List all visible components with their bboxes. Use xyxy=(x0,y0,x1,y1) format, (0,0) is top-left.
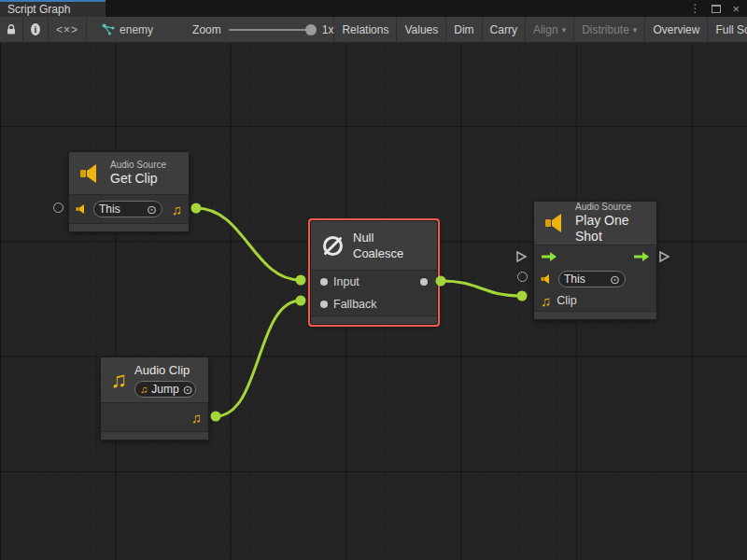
audio-clip-header: ♫ Audio Clip ♫ Jump ⊙ xyxy=(101,357,208,402)
flow-in-port[interactable] xyxy=(515,250,528,263)
chevron-down-icon: ▾ xyxy=(562,25,567,35)
wire-audioclip-to-fallback xyxy=(216,301,301,416)
audio-clip-footer xyxy=(101,431,208,440)
node-audio-clip[interactable]: ♫ Audio Clip ♫ Jump ⊙ ♫ xyxy=(100,357,209,441)
fallback-port-label: Fallback xyxy=(333,298,377,311)
zoom-slider-handle[interactable] xyxy=(305,24,317,35)
node-play-one-shot[interactable]: Audio Source Play One Shot xyxy=(533,201,657,320)
lock-icon xyxy=(6,23,17,35)
graph-name: enemy xyxy=(120,23,153,36)
graph-breadcrumb[interactable]: enemy xyxy=(102,23,153,36)
audio-source-icon xyxy=(541,273,553,285)
zoom-control: Zoom 1x xyxy=(192,23,333,36)
relations-button[interactable]: Relations xyxy=(334,17,397,42)
wire-output-to-clip xyxy=(441,281,522,296)
flow-out-port[interactable] xyxy=(658,250,670,263)
result-output-port[interactable] xyxy=(420,278,428,286)
dim-button[interactable]: Dim xyxy=(446,17,482,42)
object-picker-icon[interactable]: ⊙ xyxy=(147,203,157,216)
get-clip-this-row: This ⊙ ♫ xyxy=(69,195,189,223)
audio-clip-output-icon: ♫ xyxy=(191,411,202,425)
clip-port-label: Clip xyxy=(557,294,577,307)
this-object-field[interactable]: This ⊙ xyxy=(93,201,162,217)
zoom-slider[interactable] xyxy=(229,29,315,31)
null-coalesce-icon xyxy=(320,233,345,259)
align-dropdown[interactable]: Align ▾ xyxy=(526,17,574,42)
get-clip-this-port[interactable] xyxy=(53,203,63,213)
control-flow-row[interactable] xyxy=(534,245,656,268)
toolbar-middle: enemy Zoom 1x xyxy=(87,17,334,42)
audio-source-icon xyxy=(543,212,568,234)
this-object-field[interactable]: This ⊙ xyxy=(558,271,626,287)
code-icon: <×> xyxy=(56,23,78,36)
node-title: Get Clip xyxy=(110,171,166,187)
close-icon[interactable]: × xyxy=(732,3,740,15)
node-title: Play One Shot xyxy=(575,213,647,245)
input-port[interactable] xyxy=(320,278,328,286)
play-this-row: This ⊙ xyxy=(534,268,656,290)
audio-clip-output-row: ♫ xyxy=(101,403,208,431)
audio-clip-icon: ♫ xyxy=(110,369,127,391)
clip-port-row[interactable]: ♫ Clip xyxy=(534,290,656,311)
fullscreen-button[interactable]: Full Screen xyxy=(708,17,747,42)
wire-endpoint xyxy=(296,275,306,286)
graph-icon xyxy=(102,23,115,35)
input-port-row[interactable]: Input xyxy=(311,271,437,293)
fallback-port-row[interactable]: Fallback xyxy=(311,293,437,315)
zoom-value: 1x xyxy=(322,23,334,36)
chevron-down-icon: ▾ xyxy=(633,25,638,35)
flow-out-arrow-icon xyxy=(633,251,650,262)
script-graph-window: Script Graph ⋮ × i <×> enemy xyxy=(0,0,747,560)
this-object-value: This xyxy=(564,273,585,286)
tab-label: Script Graph xyxy=(7,3,70,16)
graph-canvas[interactable]: Audio Source Get Clip This ⊙ ♫ xyxy=(0,43,747,560)
audio-clip-icon: ♫ xyxy=(140,385,148,395)
wire-endpoint xyxy=(211,412,221,422)
object-picker-icon[interactable]: ⊙ xyxy=(610,273,620,286)
node-get-clip[interactable]: Audio Source Get Clip This ⊙ ♫ xyxy=(68,151,190,232)
wire-getclip-to-input xyxy=(196,208,301,280)
play-one-shot-titles: Audio Source Play One Shot xyxy=(575,202,647,245)
overview-button[interactable]: Overview xyxy=(645,17,708,42)
null-coalesce-footer xyxy=(311,315,437,324)
null-coalesce-body: Input Fallback xyxy=(311,270,437,315)
audio-clip-titles: Audio Clip ♫ Jump ⊙ xyxy=(134,362,196,399)
wire-endpoint xyxy=(517,291,528,301)
node-title: Audio Clip xyxy=(134,362,196,378)
lock-button[interactable] xyxy=(0,17,23,42)
info-icon: i xyxy=(31,23,40,35)
tab-bar: Script Graph ⋮ × xyxy=(0,0,747,17)
distribute-dropdown[interactable]: Distribute ▾ xyxy=(574,17,645,42)
fallback-port[interactable] xyxy=(320,301,328,308)
this-object-value: This xyxy=(99,203,120,216)
audio-source-icon xyxy=(76,203,88,215)
audio-source-icon xyxy=(78,162,103,185)
audio-clip-object-field[interactable]: ♫ Jump ⊙ xyxy=(134,381,196,398)
code-preview-button[interactable]: <×> xyxy=(49,17,87,42)
flow-in-arrow-icon xyxy=(541,251,557,262)
play-one-shot-footer xyxy=(534,311,656,319)
values-button[interactable]: Values xyxy=(397,17,446,42)
node-null-coalesce[interactable]: Null Coalesce Input Fallback xyxy=(310,220,438,325)
get-clip-header: Audio Source Get Clip xyxy=(69,152,189,194)
node-subtitle: Audio Source xyxy=(575,202,647,213)
get-clip-titles: Audio Source Get Clip xyxy=(110,160,166,187)
audio-clip-icon: ♫ xyxy=(541,294,551,308)
audio-clip-body: ♫ xyxy=(101,402,208,431)
info-button[interactable]: i xyxy=(23,17,49,42)
audio-clip-output-icon: ♫ xyxy=(172,203,182,217)
wire-endpoint xyxy=(191,203,202,214)
get-clip-body: This ⊙ ♫ xyxy=(69,194,189,223)
maximize-icon[interactable] xyxy=(712,5,721,13)
window-controls: ⋮ × xyxy=(689,0,747,17)
wire-endpoint xyxy=(296,296,306,306)
play-one-shot-header: Audio Source Play One Shot xyxy=(534,202,656,245)
tab-script-graph[interactable]: Script Graph xyxy=(0,0,106,17)
play-this-port[interactable] xyxy=(517,272,528,282)
object-picker-icon[interactable]: ⊙ xyxy=(183,384,193,396)
play-one-shot-body: This ⊙ ♫ Clip xyxy=(534,245,656,311)
carry-button[interactable]: Carry xyxy=(483,17,526,42)
get-clip-footer xyxy=(69,223,189,231)
null-coalesce-header: Null Coalesce xyxy=(311,221,437,270)
more-menu-icon[interactable]: ⋮ xyxy=(689,3,700,14)
